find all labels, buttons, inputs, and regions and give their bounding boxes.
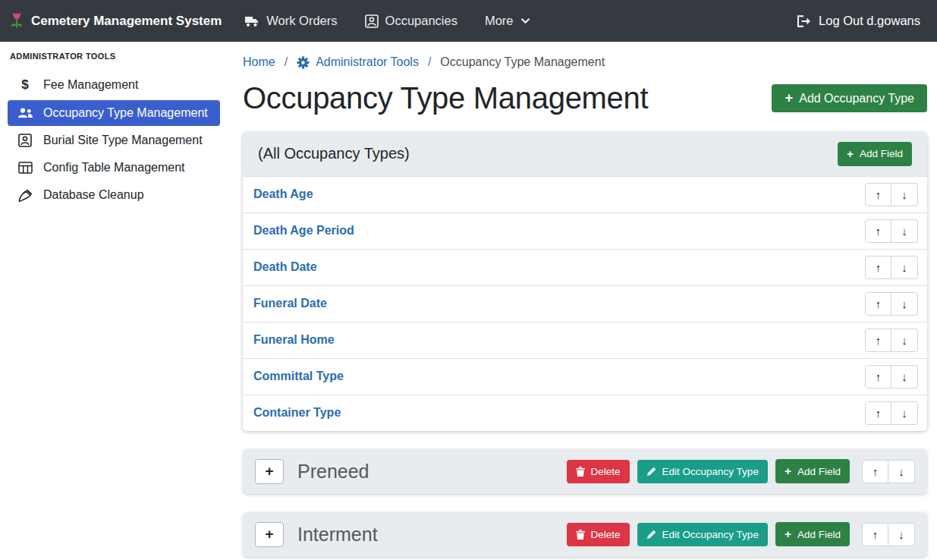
field-row-funeral-date: Funeral Date ↑ ↓ <box>243 285 927 322</box>
reorder-group: ↑ ↓ <box>865 292 918 316</box>
sign-out-icon <box>797 15 812 27</box>
users-icon <box>17 108 33 118</box>
truck-icon <box>244 15 259 27</box>
reorder-group: ↑ ↓ <box>865 329 918 352</box>
sidebar-item-occupancy-type-management[interactable]: Occupancy Type Management <box>8 100 220 126</box>
plus-icon: + <box>785 465 791 477</box>
occupancy-type-section-preneed: + Preneed Delete <box>243 449 927 494</box>
expand-button[interactable]: + <box>255 522 284 547</box>
move-up-button[interactable]: ↑ <box>865 183 891 206</box>
flower-logo-icon <box>9 11 24 31</box>
move-down-button[interactable]: ↓ <box>891 219 918 243</box>
delete-button[interactable]: Delete <box>567 523 630 546</box>
broom-icon <box>17 189 33 202</box>
occupancy-type-section-interment: + Interment Delete <box>243 512 927 557</box>
move-down-button[interactable]: ↓ <box>891 329 918 352</box>
delete-button[interactable]: Delete <box>567 460 630 483</box>
logout-label: Log Out d.gowans <box>819 14 920 28</box>
add-field-button[interactable]: + Add Field <box>775 522 850 546</box>
sidebar-item-config-table-management[interactable]: Config Table Management <box>8 155 220 181</box>
edit-occupancy-type-button[interactable]: Edit Occupancy Type <box>637 460 768 483</box>
gear-icon <box>297 56 310 69</box>
field-link[interactable]: Death Age Period <box>252 224 354 238</box>
top-navbar: Cemetery Management System Work Orders O… <box>0 0 937 42</box>
field-link[interactable]: Death Date <box>252 260 317 274</box>
main-content: Home / Administrator Tools / Occupa <box>228 42 937 560</box>
pencil-icon <box>646 467 656 477</box>
move-up-button[interactable]: ↑ <box>862 460 888 483</box>
chevron-down-icon <box>520 17 530 24</box>
field-link[interactable]: Committal Type <box>252 370 344 383</box>
move-up-button[interactable]: ↑ <box>865 365 891 389</box>
plus-icon: + <box>847 148 854 160</box>
plus-icon: + <box>785 91 793 105</box>
table-icon <box>17 162 33 174</box>
move-down-button[interactable]: ↓ <box>888 460 915 483</box>
plus-icon: + <box>785 528 791 540</box>
sidebar-heading: Administrator Tools <box>0 52 228 70</box>
reorder-group: ↑ ↓ <box>865 183 918 206</box>
reorder-group: ↑ ↓ <box>865 256 918 279</box>
field-row-death-date: Death Date ↑ ↓ <box>243 249 927 285</box>
move-down-button[interactable]: ↓ <box>888 523 915 546</box>
move-up-button[interactable]: ↑ <box>865 219 891 243</box>
move-up-button[interactable]: ↑ <box>862 523 888 546</box>
field-link[interactable]: Funeral Home <box>252 333 335 347</box>
field-row-container-type: Container Type ↑ ↓ <box>243 395 927 431</box>
move-down-button[interactable]: ↓ <box>891 401 918 425</box>
field-row-funeral-home: Funeral Home ↑ ↓ <box>243 322 927 358</box>
sidebar-item-label: Fee Management <box>43 78 138 92</box>
reorder-group: ↑ ↓ <box>862 460 915 483</box>
nav-more[interactable]: More <box>485 14 530 28</box>
add-occupancy-type-button[interactable]: + Add Occupancy Type <box>772 84 927 112</box>
field-link[interactable]: Death Age <box>252 187 313 201</box>
breadcrumb-separator: / <box>285 55 288 69</box>
edit-occupancy-type-button[interactable]: Edit Occupancy Type <box>637 523 768 546</box>
sidebar-item-fee-management[interactable]: $ Fee Management <box>8 71 220 99</box>
sidebar-item-burial-site-type-management[interactable]: Burial Site Type Management <box>8 127 220 153</box>
section-actions: Delete Edit Occupancy Type + Add Field ↑ <box>567 459 915 483</box>
reorder-group: ↑ ↓ <box>865 401 918 425</box>
sidebar-item-label: Occupancy Type Management <box>43 106 208 120</box>
move-down-button[interactable]: ↓ <box>891 256 918 279</box>
portrait-icon <box>17 134 33 147</box>
field-row-death-age: Death Age ↑ ↓ <box>243 176 927 212</box>
field-link[interactable]: Funeral Date <box>252 297 327 310</box>
breadcrumb-home-link[interactable]: Home <box>243 55 275 69</box>
sidebar-item-label: Database Cleanup <box>43 188 144 202</box>
expand-button[interactable]: + <box>255 459 284 484</box>
nav-occupancies-label: Occupancies <box>385 14 457 28</box>
page-title: Occupancy Type Management <box>243 81 648 115</box>
all-occupancy-types-card: (All Occupancy Types) + Add Field Death … <box>243 132 927 431</box>
sidebar-item-database-cleanup[interactable]: Database Cleanup <box>8 182 220 208</box>
breadcrumb-current: Occupancy Type Management <box>440 55 605 69</box>
move-up-button[interactable]: ↑ <box>865 292 891 316</box>
move-up-button[interactable]: ↑ <box>865 329 891 352</box>
portrait-icon <box>365 14 379 28</box>
dollar-icon: $ <box>17 77 33 93</box>
section-actions: Delete Edit Occupancy Type + Add Field ↑ <box>567 522 915 546</box>
top-nav-links: Work Orders Occupancies More <box>244 14 530 28</box>
logout-link[interactable]: Log Out d.gowans <box>797 14 920 28</box>
pencil-icon <box>646 530 656 540</box>
sidebar: Administrator Tools $ Fee Management Occ… <box>0 42 228 560</box>
move-up-button[interactable]: ↑ <box>865 256 891 279</box>
breadcrumb-separator: / <box>428 55 431 69</box>
nav-occupancies[interactable]: Occupancies <box>365 14 457 28</box>
reorder-group: ↑ ↓ <box>865 365 918 389</box>
move-down-button[interactable]: ↓ <box>891 292 918 316</box>
move-down-button[interactable]: ↓ <box>891 183 918 206</box>
nav-work-orders[interactable]: Work Orders <box>244 14 337 28</box>
card-header: (All Occupancy Types) + Add Field <box>243 132 927 176</box>
add-field-button[interactable]: + Add Field <box>775 459 850 483</box>
field-row-death-age-period: Death Age Period ↑ ↓ <box>243 212 927 249</box>
field-link[interactable]: Container Type <box>252 406 341 420</box>
move-down-button[interactable]: ↓ <box>891 365 918 389</box>
breadcrumb-admin-tools-link[interactable]: Administrator Tools <box>297 55 419 69</box>
brand-label: Cemetery Management System <box>31 14 222 29</box>
reorder-group: ↑ ↓ <box>862 523 915 546</box>
breadcrumb: Home / Administrator Tools / Occupa <box>243 55 927 69</box>
brand[interactable]: Cemetery Management System <box>9 11 222 31</box>
add-field-button[interactable]: + Add Field <box>838 142 912 166</box>
move-up-button[interactable]: ↑ <box>865 401 891 425</box>
